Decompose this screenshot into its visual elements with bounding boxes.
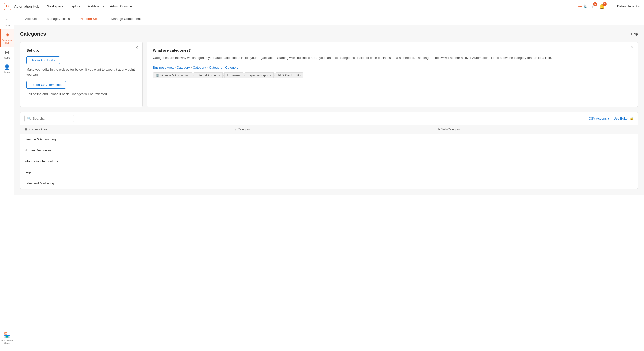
info-card-desc: Categories are the way we categorize you… — [153, 55, 632, 61]
table-row: Human Resources — [20, 145, 638, 156]
bc-item-3: Category — [209, 66, 222, 69]
top-nav-right: Share 📡 ✓ 5 🔔 4 ⋮ DefaultTenant ▾ — [573, 4, 640, 9]
sidebar-item-home[interactable]: ⌂ Home — [0, 15, 14, 29]
sidebar-item-apps[interactable]: ⊞ Apps — [0, 47, 14, 62]
page-content: Categories Help ✕ Set up: Use in App Edi… — [14, 25, 644, 195]
tab-platform-setup[interactable]: Platform Setup — [75, 13, 106, 25]
use-editor-button[interactable]: Use Editor 🔒 — [613, 117, 634, 120]
bc-ex-item-4: PEX Card (USA) — [276, 72, 303, 78]
notifications-button[interactable]: 🔔 4 — [599, 4, 605, 9]
export-csv-button[interactable]: Export CSV Template — [26, 81, 66, 89]
nav-admin-console[interactable]: Admin Console — [110, 3, 132, 9]
sidebar-item-label: Automation Store — [1, 339, 13, 345]
bc-ex-item-1: Internal Accounts — [194, 72, 223, 78]
cell-sub-category — [434, 145, 638, 156]
info-card-title: What are categories? — [153, 48, 632, 52]
nav-workspace[interactable]: Workspace — [47, 3, 63, 9]
tenant-selector[interactable]: DefaultTenant ▾ — [617, 4, 640, 8]
automation-hub-icon: ◈ — [6, 32, 9, 38]
tab-account[interactable]: Account — [20, 13, 42, 25]
bc-arrow-2: › — [207, 66, 208, 69]
chevron-down-icon: ▾ — [608, 117, 609, 120]
sidebar: ⌂ Home ◈ Automation Hub ⊞ Apps 👤 Admin 🏪… — [0, 13, 14, 351]
cell-category — [230, 145, 434, 156]
main-content: Account Manage Access Platform Setup Man… — [14, 13, 644, 351]
top-navigation: Ui Automation Hub Workspace Explore Dash… — [0, 0, 644, 13]
cell-category — [230, 167, 434, 178]
col-header-sub-category: ↳ Sub-Category — [434, 125, 638, 134]
bc-arrow-0: › — [175, 66, 176, 69]
col-header-business-area: ⊞ Business Area — [20, 125, 230, 134]
bc-arrow-3: › — [223, 66, 224, 69]
bc-ex-arrow-2: › — [243, 73, 245, 78]
table-row: Sales and Marketing — [20, 178, 638, 189]
product-name: Automation Hub — [14, 4, 39, 8]
bc-label: Category — [177, 66, 190, 69]
home-icon: ⌂ — [5, 17, 8, 23]
categories-table: ⊞ Business Area ↳ Category ↳ Sub-Categor… — [20, 125, 638, 189]
bc-arrow-1: › — [191, 66, 192, 69]
bc-ex-arrow-0: › — [192, 73, 194, 78]
sub-tabs: Account Manage Access Platform Setup Man… — [14, 13, 644, 25]
sidebar-item-automation-store[interactable]: 🏪 Automation Store — [0, 330, 14, 347]
cell-business-area: Sales and Marketing — [20, 178, 230, 189]
more-options-button[interactable]: ⋮ — [609, 4, 613, 9]
logo[interactable]: Ui Automation Hub — [4, 3, 39, 10]
bc-label: Category — [193, 66, 206, 69]
sidebar-item-label: Home — [4, 24, 10, 27]
sidebar-item-label: Admin — [3, 71, 10, 74]
notifications-badge: 4 — [603, 2, 607, 6]
cards-row: ✕ Set up: Use in App Editor Make your ed… — [20, 42, 638, 107]
apps-icon: ⊞ — [5, 49, 9, 55]
share-button[interactable]: Share 📡 — [573, 4, 587, 8]
col-header-category: ↳ Category — [230, 125, 434, 134]
bc-ex-arrow-3: › — [274, 73, 276, 78]
setup-card-text2: Edit offline and upload it back! Changes… — [26, 92, 136, 97]
nav-dashboards[interactable]: Dashboards — [86, 3, 104, 9]
bc-item-1: Category — [177, 66, 190, 69]
main-nav-links: Workspace Explore Dashboards Admin Conso… — [47, 3, 573, 9]
store-icon: 🏪 — [4, 332, 10, 338]
search-box[interactable]: 🔍 — [24, 115, 74, 122]
sub-arrow-icon: ↳ — [438, 128, 440, 131]
sidebar-item-label: Automation Hub — [2, 39, 13, 44]
sidebar-item-automation-hub[interactable]: ◈ Automation Hub — [0, 29, 14, 47]
categories-table-section: 🔍 CSV Actions ▾ Use Editor 🔒 — [20, 112, 638, 189]
setup-card-text1: Make your edits in the web editor below!… — [26, 67, 136, 77]
tasks-button[interactable]: ✓ 5 — [591, 4, 595, 9]
sidebar-item-admin[interactable]: 👤 Admin — [0, 62, 14, 76]
cell-sub-category — [434, 167, 638, 178]
breadcrumb-chain: Business Area › Category › Category › Ca… — [153, 66, 632, 69]
bc-item-4: Category — [225, 66, 238, 69]
search-input[interactable] — [33, 117, 72, 120]
page-title: Categories — [20, 31, 46, 37]
help-link[interactable]: Help — [631, 32, 638, 36]
csv-actions-button[interactable]: CSV Actions ▾ — [589, 117, 609, 120]
share-label: Share — [573, 4, 582, 8]
use-editor-label: Use Editor — [613, 117, 629, 120]
cell-category — [230, 178, 434, 189]
sidebar-item-label: Apps — [4, 56, 10, 59]
search-icon: 🔍 — [27, 117, 31, 120]
table-row: Legal — [20, 167, 638, 178]
table-actions: CSV Actions ▾ Use Editor 🔒 — [589, 117, 634, 120]
info-card: ✕ What are categories? Categories are th… — [147, 42, 638, 107]
info-card-close[interactable]: ✕ — [630, 45, 634, 50]
grid-icon: ⊞ — [24, 128, 27, 131]
bc-label: Business Area — [153, 66, 174, 69]
csv-label: CSV Actions — [589, 117, 607, 120]
building-icon: 🏢 — [156, 74, 159, 77]
cell-business-area: Information Technology — [20, 156, 230, 167]
bc-ex-item-0: 🏢 Finance & Accounting — [153, 72, 192, 78]
tab-manage-components[interactable]: Manage Components — [106, 13, 147, 25]
cell-business-area: Human Resources — [20, 145, 230, 156]
tab-manage-access[interactable]: Manage Access — [42, 13, 75, 25]
use-in-app-editor-button[interactable]: Use in App Editor — [26, 56, 60, 64]
setup-card-close[interactable]: ✕ — [135, 45, 138, 50]
table-row: Finance & Accounting — [20, 134, 638, 145]
bc-ex-arrow-1: › — [223, 73, 225, 78]
table-toolbar: 🔍 CSV Actions ▾ Use Editor 🔒 — [20, 112, 638, 125]
bc-label: Category — [209, 66, 222, 69]
bc-item-0: Business Area — [153, 66, 174, 69]
nav-explore[interactable]: Explore — [69, 3, 80, 9]
